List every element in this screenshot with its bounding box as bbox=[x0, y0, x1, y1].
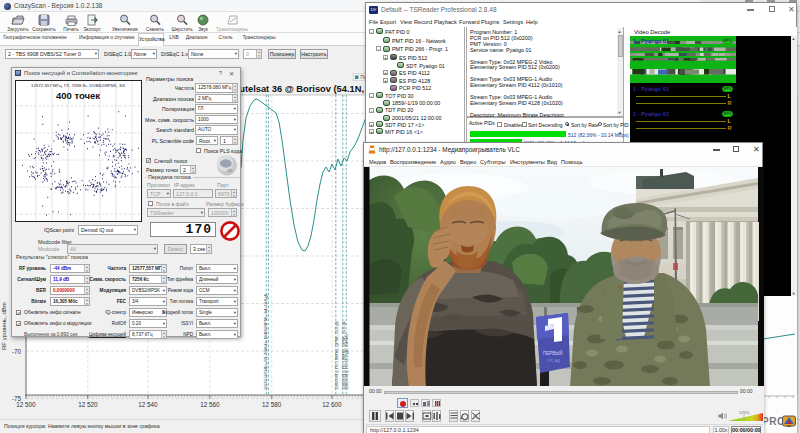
svg-text:12572,557 МГц, ГЛ, 7268 Кс, DV: 12572,557 МГц, ГЛ, 7268 Кс, DVBS2/8PSK, … bbox=[264, 293, 268, 390]
svg-text:-75: -75 bbox=[12, 395, 22, 402]
svg-text:12 520: 12 520 bbox=[78, 401, 98, 408]
svg-text:12603 МГц, ГЛ, 31.0 дБ, 5.4 Мб: 12603 МГц, ГЛ, 31.0 дБ, 5.4 Мбс bbox=[345, 334, 349, 390]
svg-text:400 точек: 400 точек bbox=[56, 90, 100, 101]
svg-text:ПЕРВЫЙ: ПЕРВЫЙ bbox=[543, 349, 562, 356]
svg-text:12 500: 12 500 bbox=[16, 401, 36, 408]
svg-text:12572,557 МГц, ГЛ, 7268 Кс, DV: 12572,557 МГц, ГЛ, 7268 Кс, DVBS2/8PSK, … bbox=[31, 83, 126, 88]
svg-text:12 600: 12 600 bbox=[322, 401, 342, 408]
svg-text:12 580: 12 580 bbox=[262, 401, 282, 408]
svg-text:RF уровень, dBm: RF уровень, dBm bbox=[1, 302, 7, 350]
svg-text:125%: 125% bbox=[739, 410, 750, 415]
svg-text:-70: -70 bbox=[12, 348, 22, 355]
svg-text:12600 МГц, ГЛ, 1999 Кс, QPSK,: 12600 МГц, ГЛ, 1999 Кс, QPSK, 25.0 дБ bbox=[335, 320, 339, 390]
svg-text:12 560: 12 560 bbox=[200, 401, 220, 408]
svg-text:12 540: 12 540 bbox=[138, 401, 158, 408]
svg-text:УТС-ВД: УТС-ВД bbox=[547, 359, 560, 363]
